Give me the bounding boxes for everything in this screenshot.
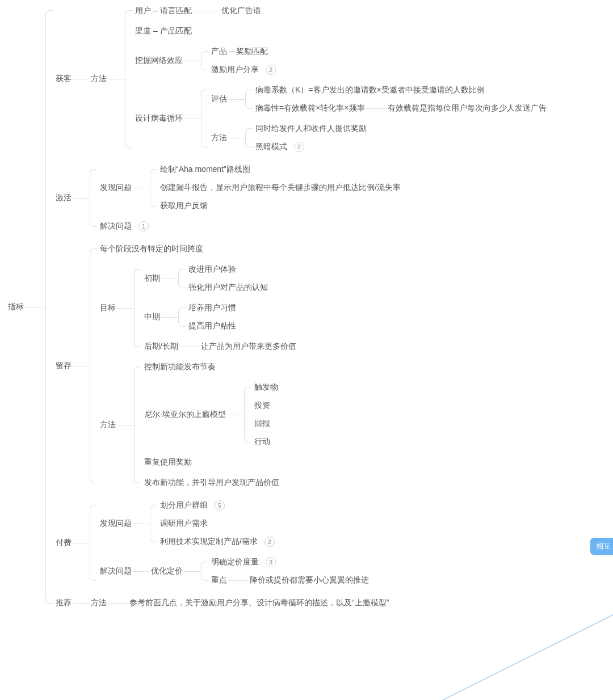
connector: [228, 99, 245, 100]
node-focus[interactable]: 重点 降价或提价都需要小心翼翼的推进: [210, 573, 370, 588]
leaf-row[interactable]: 产品 – 奖励匹配: [210, 44, 276, 59]
node-label: 划分用户群组: [159, 498, 209, 513]
branch-referral[interactable]: 推荐 方法 参考前面几点，关于激励用户分享、设计病毒循环的描述，以及“上瘾模型”: [54, 596, 548, 610]
leaf-row[interactable]: 划分用户群组 5: [159, 498, 275, 513]
leaf-row[interactable]: 每个阶段没有特定的时间跨度: [99, 242, 297, 256]
connector: [193, 11, 220, 11]
leaf-row[interactable]: 调研用户需求: [159, 516, 275, 531]
connector-line-decor: [431, 604, 613, 700]
connector: [184, 61, 201, 61]
root-label: 指标: [7, 300, 25, 314]
node-label: 后期/长期: [143, 339, 179, 354]
node-label: 尼尔·埃亚尔的上瘾模型: [143, 407, 227, 422]
leaf-row[interactable]: 用户 – 语言匹配 优化广告语: [134, 3, 548, 18]
count-badge: 5: [215, 500, 225, 511]
node-label: 方法: [99, 418, 117, 432]
floating-tag-label: 相互: [596, 542, 611, 550]
connector: [133, 524, 150, 524]
node-mid[interactable]: 中期 培养用户习惯 提高用户粘性: [143, 301, 297, 334]
node-early[interactable]: 初期 改进用户体验 强化用户对产品的认知: [143, 262, 297, 295]
node-retention-methods[interactable]: 方法 控制新功能发布节奏 尼尔·埃亚尔的上瘾模型 触发物 投资 回报 行动: [99, 360, 297, 490]
node-label: 每个阶段没有特定的时间跨度: [99, 242, 204, 256]
children: 初期 改进用户体验 强化用户对产品的认知 中期 培养用户习惯: [134, 262, 297, 354]
leaf-row[interactable]: 回报: [253, 416, 279, 431]
method-node[interactable]: 方法 用户 – 语言匹配 优化广告语 渠道 – 产品匹配 挖掘网络效应: [90, 3, 548, 154]
node-label: 参考前面几点，关于激励用户分享、设计病毒循环的描述，以及“上瘾模型”: [128, 596, 390, 610]
connector: [73, 603, 90, 604]
node-label: 发现问题: [99, 180, 133, 195]
node-method[interactable]: 方法 参考前面几点，关于激励用户分享、设计病毒循环的描述，以及“上瘾模型”: [90, 596, 390, 610]
leaf-row[interactable]: 触发物: [253, 380, 279, 395]
leaf-row[interactable]: 控制新功能发布节奏: [143, 360, 280, 374]
leaf-row[interactable]: 黑暗模式 2: [254, 140, 368, 154]
node-label: 优化定价: [150, 564, 184, 579]
node-late[interactable]: 后期/长期 让产品为用户带来更多价值: [143, 339, 297, 354]
count-badge: 2: [266, 65, 276, 75]
node-network-effect[interactable]: 挖掘网络效应 产品 – 奖励匹配 激励用户分享 2: [134, 44, 548, 77]
count-badge: 2: [264, 537, 275, 547]
node-find-problem[interactable]: 发现问题 绘制“Aha moment”路线图 创建漏斗报告，显示用户旅程中每个关…: [99, 162, 402, 213]
leaf-row[interactable]: 投资: [253, 398, 279, 413]
node-label: 控制新功能发布节奏: [143, 360, 217, 374]
connector: [117, 425, 134, 425]
node-optimize-pricing[interactable]: 优化定价 明确定价度量 3 重点 降价或提价都需要小心翼: [150, 555, 370, 588]
node-eval[interactable]: 评估 病毒系数（K）=客户发出的邀请数×受邀者中接受邀请的人数比例 病毒性=有效…: [210, 83, 548, 116]
branch-label: 付费: [54, 535, 73, 550]
children: 同时给发件人和收件人提供奖励 黑暗模式 2: [245, 121, 368, 154]
node-label: 目标: [99, 301, 117, 315]
leaf-row[interactable]: 改进用户体验: [187, 262, 269, 277]
node-label: 发现问题: [99, 516, 133, 531]
children: 病毒系数（K）=客户发出的邀请数×受邀者中接受邀请的人数比例 病毒性=有效载荷×…: [245, 83, 548, 116]
leaf-row[interactable]: 病毒系数（K）=客户发出的邀请数×受邀者中接受邀请的人数比例: [254, 83, 548, 98]
branch-acquisition[interactable]: 获客 方法 用户 – 语言匹配 优化广告语 渠道 – 产品匹配: [54, 3, 548, 154]
connector: [366, 108, 387, 109]
branch-retention[interactable]: 留存 每个阶段没有特定的时间跨度 目标 初期 改进用户体验 强化用户对产品的认知: [54, 242, 548, 490]
leaf-row[interactable]: 发布新功能，并引导用户发现产品价值: [143, 475, 280, 490]
branch-activation[interactable]: 激活 发现问题 绘制“Aha moment”路线图 创建漏斗报告，显示用户旅程中…: [54, 162, 548, 234]
count-badge: 2: [294, 142, 304, 152]
leaf-row[interactable]: 提高用户粘性: [187, 319, 237, 334]
node-solve-problem[interactable]: 解决问题 1: [99, 219, 402, 234]
node-label: 发布新功能，并引导用户发现产品价值: [143, 475, 280, 490]
node-label: 有效载荷是指每位用户每次向多少人发送广告: [387, 101, 548, 116]
connector: [108, 603, 128, 604]
leaf-row[interactable]: 病毒性=有效载荷×转化率×频率 有效载荷是指每位用户每次向多少人发送广告: [254, 101, 548, 116]
node-find-problem[interactable]: 发现问题 划分用户群组 5 调研用户需求 利用技术实现定制产品/需求 2: [99, 498, 370, 549]
leaf-row[interactable]: 培养用户习惯: [187, 301, 237, 315]
node-label: 明确定价度量: [210, 555, 260, 570]
node-goals[interactable]: 目标 初期 改进用户体验 强化用户对产品的认知 中期: [99, 262, 297, 354]
node-label: 调研用户需求: [159, 516, 209, 531]
leaf-row[interactable]: 行动: [253, 435, 279, 449]
node-method-inner[interactable]: 方法 同时给发件人和收件人提供奖励 黑暗模式 2: [210, 121, 548, 154]
leaf-row[interactable]: 创建漏斗报告，显示用户旅程中每个关键步骤的用户抵达比例/流失率: [159, 180, 402, 195]
node-label: 评估: [210, 92, 228, 107]
leaf-row[interactable]: 明确定价度量 3: [210, 555, 370, 570]
count-badge: 3: [266, 557, 276, 567]
children: 发现问题 划分用户群组 5 调研用户需求 利用技术实现定制产品/需求 2: [90, 498, 370, 588]
connector: [133, 188, 150, 188]
node-label: 产品 – 奖励匹配: [210, 44, 269, 59]
children: 控制新功能发布节奏 尼尔·埃亚尔的上瘾模型 触发物 投资 回报 行动 重复: [134, 360, 280, 490]
leaf-row[interactable]: 强化用户对产品的认知: [187, 280, 269, 295]
root-node[interactable]: 指标 获客 方法 用户 – 语言匹配 优化广告语: [7, 3, 613, 610]
node-label: 让产品为用户带来更多价值: [200, 339, 297, 354]
node-label: 重点: [210, 573, 228, 588]
node-viral-loop[interactable]: 设计病毒循环 评估 病毒系数（K）=客户发出的邀请数×受邀者中接受邀请的人数比例: [134, 83, 548, 154]
floating-tag[interactable]: 相互: [590, 538, 613, 555]
branch-revenue[interactable]: 付费 发现问题 划分用户群组 5 调研用户需求: [54, 498, 548, 588]
children: 划分用户群组 5 调研用户需求 利用技术实现定制产品/需求 2: [150, 498, 275, 549]
node-label: 投资: [253, 398, 271, 413]
leaf-row[interactable]: 同时给发件人和收件人提供奖励: [254, 121, 368, 136]
node-hook-model[interactable]: 尼尔·埃亚尔的上瘾模型 触发物 投资 回报 行动: [143, 380, 280, 449]
leaf-row[interactable]: 绘制“Aha moment”路线图: [159, 162, 402, 177]
leaf-row[interactable]: 获取用户反馈: [159, 199, 402, 213]
leaf-row[interactable]: 激励用户分享 2: [210, 62, 276, 77]
node-solve-problem[interactable]: 解决问题 优化定价 明确定价度量 3: [99, 555, 370, 588]
leaf-row[interactable]: 渠道 – 产品匹配: [134, 24, 548, 39]
connector: [161, 279, 178, 279]
children: 触发物 投资 回报 行动: [244, 380, 279, 449]
node-label: 改进用户体验: [187, 262, 237, 277]
node-label: 解决问题: [99, 219, 133, 234]
leaf-row[interactable]: 重复使用奖励: [143, 455, 280, 470]
leaf-row[interactable]: 利用技术实现定制产品/需求 2: [159, 534, 275, 549]
